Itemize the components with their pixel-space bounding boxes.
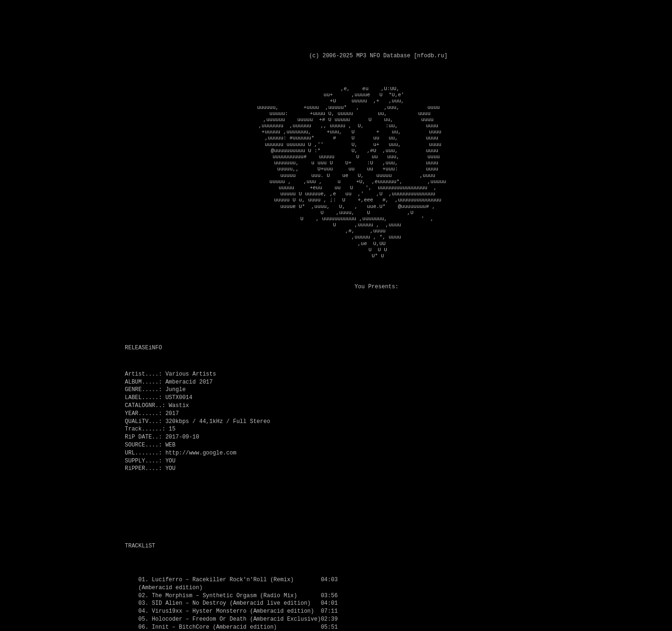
info-line: SOURCE....: WEB <box>125 441 547 449</box>
info-block: Artist....: Various ArtistsALBUM.....: A… <box>125 370 547 473</box>
ascii-art-line: uuuuuu, +uuuu ,uuuuu* , ,uuu, uuuu <box>125 105 547 111</box>
ascii-art-line: U ,uuuuu , ,uuuu <box>125 222 547 228</box>
info-line: RiPPER....: YOU <box>125 465 547 473</box>
info-line: ALBUM.....: Amberacid 2017 <box>125 378 547 386</box>
ascii-art-line: uuuue U* ,uuuu, U, , uue.U* @uuuuuuuu# , <box>125 204 547 210</box>
ascii-art-line: U , uuuuuuuuuuu ,uuuuuuu, ' , <box>125 216 547 222</box>
ascii-art-block: ,e, eu ,U:UU, uu+ ,uuuue U *U,e' +U uuuu… <box>125 86 547 259</box>
ascii-art-line: +uuuuu ,uuuuuuu, +uuu, U + uu, uuuu <box>125 129 547 135</box>
info-line: CATALOGNR..: Wastix <box>125 402 547 410</box>
ascii-art-line: uuuuu,, U+uuu uu uu +uuu: uuuu <box>125 166 547 172</box>
info-line: LABEL.....: USTX0014 <box>125 394 547 402</box>
ascii-art-line: uuuuu U uuuuue, ,e uu ,' ,U ,uuuuuuuuuuu… <box>125 191 547 197</box>
tracklist-section: TRACKLiST 01. Luciferro – Racekiller Roc… <box>125 519 547 631</box>
info-line: YEAR......: 2017 <box>125 410 547 418</box>
tracklist-header: TRACKLiST <box>125 542 547 550</box>
ascii-art-line: U U U <box>125 247 547 253</box>
info-line: URL.......: http://www.google.com <box>125 449 547 457</box>
info-line: Artist....: Various Artists <box>125 370 547 378</box>
info-line: SUPPLY....: YOU <box>125 457 547 465</box>
ascii-art-line: ,uuuuu , *, uuuu <box>125 234 547 240</box>
ascii-art-line: U ,uuuu, U ,U <box>125 210 547 216</box>
ascii-art-line: uuuuuuuuuu# uuuuu U uu uuu, uuuu <box>125 154 547 160</box>
ascii-art-line: ,uuuuu: #uuuuuu* # U uu uu, uuuu <box>125 135 547 141</box>
ascii-art-line: uuuuuu uuuuuu U ,'' U, u+ uuu, uuuu <box>125 142 547 148</box>
ascii-art-line: uuuuu uuu. U ue U, uuuuu ,uuuu <box>125 173 547 179</box>
ascii-art-line: ,ue U,UU <box>125 241 547 247</box>
ascii-art-line: uuuuuuu, u uuu U U+ :U ,uuu, uuuu <box>125 160 547 166</box>
copyright-header: (c) 2006-2025 MP3 NFO Database [nfodb.ru… <box>125 52 547 60</box>
ascii-art-line: uuuuu , ,uuu , u +U, ,euuuuuu*, ,uuuuu <box>125 179 547 185</box>
ascii-art-line: uuuuu: +uuuu U, uuuuu uu, uuuu <box>125 111 547 117</box>
release-info-section: RELEASEiNFO Artist....: Various ArtistsA… <box>125 322 547 489</box>
ascii-art-line: +U uuuuu ,+ ,uuu, <box>125 98 547 104</box>
info-line: QUALiTV...: 320kbps / 44,1kHz / Full Ste… <box>125 418 547 426</box>
ascii-art-line: uuuuu +euu uu U ', uuuuuuuuuuuuuuuu , <box>125 185 547 191</box>
ascii-art-line: ,#, ,uuuu <box>125 228 547 234</box>
page-container: (c) 2006-2025 MP3 NFO Database [nfodb.ru… <box>125 36 547 631</box>
info-line: RiP DATE..: 2017-09-10 <box>125 433 547 441</box>
release-info-header: RELEASEiNFO <box>125 344 547 352</box>
info-line: Track......: 15 <box>125 425 547 433</box>
presents-line: You Presents: <box>125 283 547 291</box>
ascii-art-line: U* U <box>125 253 547 259</box>
ascii-art-line: uuuuu U u, uuuu , ;: U +,eee #, ,uuuuuuu… <box>125 197 547 203</box>
ascii-art-line: @uuuuuuuuuu U :* U, ,#U ,uuu, uuuu <box>125 148 547 154</box>
ascii-art-line: uu+ ,uuuue U *U,e' <box>125 92 547 98</box>
tracklist-lines: 01. Luciferro – Racekiller Rock'n'Roll (… <box>125 568 547 631</box>
ascii-art-line: ,uuuuuu uuuuu +# U uuuuu U uu, uuuu <box>125 117 547 123</box>
ascii-art-line: ,e, eu ,U:UU, <box>125 86 547 92</box>
info-line: GENRE.....: Jungle <box>125 386 547 394</box>
ascii-art-line: ,uuuuuuu ,uuuuuu ,, uuuuu , U, :uu, uuuu <box>125 123 547 129</box>
tracklist-block: 01. Luciferro – Racekiller Rock'n'Roll (… <box>125 568 547 631</box>
